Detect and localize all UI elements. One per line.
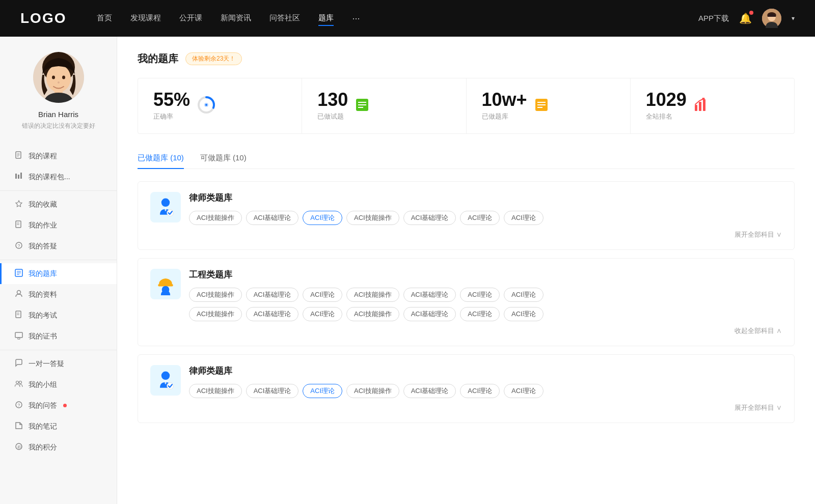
eng-tag-10[interactable]: ACI理论 — [303, 307, 342, 321]
eng-tag-13[interactable]: ACI理论 — [460, 307, 500, 321]
qa-icon: ? — [14, 241, 23, 251]
l2-tag-2[interactable]: ACI基础理论 — [246, 384, 299, 398]
profile-icon — [14, 290, 23, 299]
page-title: 我的题库 — [138, 52, 178, 66]
eng-tag-2[interactable]: ACI基础理论 — [246, 288, 299, 302]
eng-tag-7[interactable]: ACI理论 — [504, 288, 544, 302]
qbank-lawyer2-header: 律师类题库 ACI技能操作 ACI基础理论 ACI理论 ACI技能操作 ACI基… — [150, 365, 782, 412]
sidebar-item-one-on-one[interactable]: 一对一答疑 — [0, 353, 117, 374]
qbank-lawyer2-body: 律师类题库 ACI技能操作 ACI基础理论 ACI理论 ACI技能操作 ACI基… — [189, 365, 782, 412]
l2-tag-1[interactable]: ACI技能操作 — [189, 384, 242, 398]
sidebar-label-my-homework: 我的作业 — [29, 221, 57, 230]
eng-tag-11[interactable]: ACI技能操作 — [346, 307, 399, 321]
nav-link-open[interactable]: 公开课 — [179, 11, 202, 26]
tag-3[interactable]: ACI理论 — [303, 211, 342, 225]
sidebar-label-my-exam: 我的考试 — [29, 311, 57, 320]
sidebar-item-my-homework[interactable]: 我的作业 — [0, 215, 117, 236]
l2-tag-7[interactable]: ACI理论 — [504, 384, 544, 398]
tag-5[interactable]: ACI基础理论 — [403, 211, 456, 225]
homework-icon — [14, 220, 23, 230]
eng-tag-3[interactable]: ACI理论 — [303, 288, 342, 302]
done-banks-icon — [534, 98, 549, 114]
stat-label-rate: 正确率 — [153, 112, 190, 121]
sidebar-item-my-course[interactable]: 我的课程 — [0, 146, 117, 166]
stat-done-questions: 130 已做试题 — [302, 78, 466, 133]
sidebar-item-my-qa[interactable]: ? 我的答疑 — [0, 236, 117, 257]
eng-tag-14[interactable]: ACI理论 — [504, 307, 544, 321]
nav-link-more[interactable]: ··· — [352, 11, 360, 26]
svg-rect-15 — [20, 173, 22, 179]
qbank-tags-lawyer-1: ACI技能操作 ACI基础理论 ACI理论 ACI技能操作 ACI基础理论 AC… — [189, 211, 782, 225]
menu-divider-1 — [0, 190, 117, 191]
sidebar-item-my-notes[interactable]: 我的笔记 — [0, 416, 117, 437]
avatar[interactable] — [762, 9, 781, 28]
qbank-title-lawyer-2: 律师类题库 — [189, 365, 782, 377]
nav-links: 首页 发现课程 公开课 新闻资讯 问答社区 题库 ··· — [97, 11, 698, 26]
sidebar-item-my-points[interactable]: 积 我的积分 — [0, 437, 117, 458]
nav-link-home[interactable]: 首页 — [97, 11, 112, 26]
svg-point-7 — [62, 76, 65, 79]
svg-point-8 — [58, 81, 60, 83]
sidebar-item-my-exam[interactable]: 我的考试 — [0, 305, 117, 326]
sidebar-item-my-group[interactable]: 我的小组 — [0, 374, 117, 395]
logo: LOGO — [20, 10, 66, 26]
nav-link-qa[interactable]: 问答社区 — [269, 11, 300, 26]
app-download-button[interactable]: APP下载 — [698, 14, 729, 23]
l2-tag-4[interactable]: ACI技能操作 — [346, 384, 399, 398]
eng-tag-12[interactable]: ACI基础理论 — [403, 307, 456, 321]
stat-text-4: 1029 全站排名 — [646, 91, 687, 121]
tag-7[interactable]: ACI理论 — [504, 211, 544, 225]
tag-4[interactable]: ACI技能操作 — [346, 211, 399, 225]
nav-chevron-icon[interactable]: ▾ — [792, 15, 795, 22]
nav-right: APP下载 🔔 ▾ — [698, 9, 795, 28]
tag-6[interactable]: ACI理论 — [460, 211, 500, 225]
notification-dot — [749, 11, 753, 15]
tab-done-banks[interactable]: 已做题库 (10) — [138, 148, 184, 169]
svg-point-6 — [52, 76, 55, 79]
profile-avatar — [33, 52, 84, 103]
svg-rect-13 — [15, 174, 17, 179]
eng-tag-1[interactable]: ACI技能操作 — [189, 288, 242, 302]
svg-rect-51 — [699, 102, 701, 111]
tab-todo-banks[interactable]: 可做题库 (10) — [200, 148, 247, 169]
nav-link-discover[interactable]: 发现课程 — [130, 11, 161, 26]
l2-tag-3[interactable]: ACI理论 — [303, 384, 342, 398]
eng-tag-5[interactable]: ACI基础理论 — [403, 288, 456, 302]
favorites-icon — [14, 200, 23, 209]
sidebar-label-my-points: 我的积分 — [29, 443, 57, 452]
svg-point-41 — [205, 104, 207, 106]
sidebar-item-my-favorites[interactable]: 我的收藏 — [0, 194, 117, 215]
nav-link-news[interactable]: 新闻资讯 — [221, 11, 251, 26]
sidebar-item-my-qbank[interactable]: 我的题库 — [0, 263, 117, 284]
expand-lawyer-2[interactable]: 展开全部科目 ∨ — [189, 403, 782, 412]
sidebar-item-my-profile[interactable]: 我的资料 — [0, 284, 117, 305]
tag-1[interactable]: ACI技能操作 — [189, 211, 242, 225]
stat-value-rank: 1029 — [646, 91, 687, 109]
qbank-card-engineer: 工程类题库 ACI技能操作 ACI基础理论 ACI理论 ACI技能操作 ACI基… — [138, 258, 795, 346]
eng-tag-4[interactable]: ACI技能操作 — [346, 288, 399, 302]
sidebar-item-my-course-pkg[interactable]: 我的课程包... — [0, 166, 117, 187]
sidebar-label-my-favorites: 我的收藏 — [29, 200, 57, 209]
page-header: 我的题库 体验剩余23天！ — [138, 52, 795, 66]
sidebar-item-my-cert[interactable]: 我的证书 — [0, 326, 117, 347]
eng-tag-9[interactable]: ACI基础理论 — [246, 307, 299, 321]
svg-point-32 — [16, 381, 19, 384]
svg-rect-50 — [695, 105, 697, 111]
nav-link-qbank[interactable]: 题库 — [318, 11, 334, 26]
eng-tag-6[interactable]: ACI理论 — [460, 288, 500, 302]
l2-tag-6[interactable]: ACI理论 — [460, 384, 500, 398]
qbank-tags-lawyer-2: ACI技能操作 ACI基础理论 ACI理论 ACI技能操作 ACI基础理论 AC… — [189, 384, 782, 398]
sidebar-item-my-questions[interactable]: ? 我的问答 — [0, 395, 117, 416]
done-questions-icon — [355, 98, 369, 114]
questions-badge — [63, 404, 67, 407]
svg-point-59 — [161, 372, 170, 380]
expand-lawyer-1[interactable]: 展开全部科目 ∨ — [189, 230, 782, 239]
stat-text-2: 130 已做试题 — [317, 91, 348, 121]
notification-bell[interactable]: 🔔 — [739, 12, 752, 24]
exam-icon — [14, 311, 23, 320]
tag-2[interactable]: ACI基础理论 — [246, 211, 299, 225]
l2-tag-5[interactable]: ACI基础理论 — [403, 384, 456, 398]
sidebar-label-my-qa: 我的答疑 — [29, 242, 57, 251]
collapse-engineer[interactable]: 收起全部科目 ∧ — [189, 326, 782, 335]
eng-tag-8[interactable]: ACI技能操作 — [189, 307, 242, 321]
